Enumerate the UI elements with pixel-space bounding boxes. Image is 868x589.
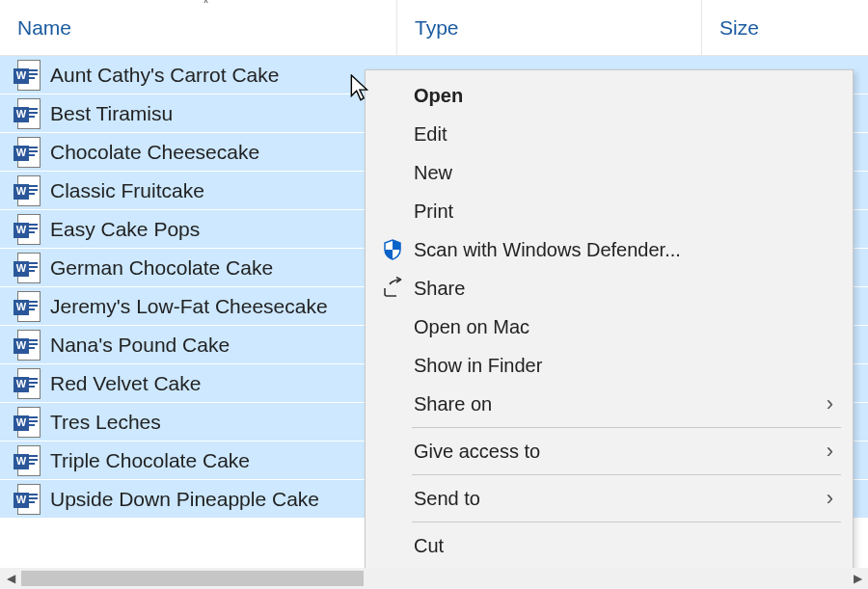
menu-item-scan-defender[interactable]: Scan with Windows Defender...: [367, 230, 851, 269]
word-document-icon: W: [14, 330, 41, 361]
chevron-right-icon: ›: [827, 439, 833, 464]
file-name-label: Triple Chocolate Cake: [41, 449, 250, 472]
word-document-icon: W: [14, 291, 41, 322]
word-document-icon: W: [14, 253, 41, 283]
horizontal-scrollbar[interactable]: ◀ ▶: [0, 568, 868, 589]
sort-indicator-icon: ˄: [203, 0, 209, 13]
menu-item-share[interactable]: Share: [367, 269, 851, 308]
menu-item-new[interactable]: New: [367, 153, 851, 192]
menu-item-cut[interactable]: Cut: [367, 526, 851, 565]
column-header-size[interactable]: Size: [702, 0, 868, 55]
file-name-label: Upside Down Pineapple Cake: [41, 488, 319, 511]
word-document-icon: W: [14, 137, 41, 168]
file-name-label: Aunt Cathy's Carrot Cake: [41, 64, 279, 87]
context-menu: Open Edit New Print Scan with Windows De…: [365, 69, 854, 572]
menu-item-open-on-mac[interactable]: Open on Mac: [367, 308, 851, 346]
scroll-right-button[interactable]: ▶: [847, 568, 868, 589]
menu-item-open[interactable]: Open: [367, 76, 851, 115]
menu-item-give-access-to[interactable]: Give access to ›: [367, 432, 851, 470]
column-header-type-label: Type: [415, 16, 459, 40]
scrollbar-thumb[interactable]: [21, 571, 364, 586]
file-name-label: Nana's Pound Cake: [41, 334, 230, 357]
file-name-label: German Chocolate Cake: [41, 256, 273, 280]
menu-separator: [412, 427, 841, 428]
column-header-size-label: Size: [719, 16, 759, 40]
word-document-icon: W: [14, 368, 41, 399]
menu-item-edit[interactable]: Edit: [367, 115, 851, 153]
column-header-name-label: Name: [17, 16, 71, 40]
menu-item-share-on[interactable]: Share on ›: [367, 385, 851, 423]
word-document-icon: W: [14, 407, 41, 438]
chevron-right-icon: ›: [827, 391, 833, 416]
menu-item-print[interactable]: Print: [367, 192, 851, 230]
shield-icon: [377, 238, 408, 261]
file-name-label: Easy Cake Pops: [41, 218, 200, 241]
file-name-label: Chocolate Cheesecake: [41, 141, 259, 164]
word-document-icon: W: [14, 484, 41, 515]
menu-item-show-in-finder[interactable]: Show in Finder: [367, 346, 851, 385]
file-name-label: Best Tiramisu: [41, 102, 173, 125]
file-name-label: Red Velvet Cake: [41, 372, 201, 395]
menu-separator: [412, 474, 841, 475]
column-header-name[interactable]: Name: [0, 0, 397, 55]
scrollbar-track[interactable]: [21, 568, 847, 589]
menu-item-send-to[interactable]: Send to ›: [367, 479, 851, 518]
file-name-label: Tres Leches: [41, 411, 161, 434]
file-name-label: Jeremy's Low-Fat Cheesecake: [41, 295, 328, 318]
scroll-left-button[interactable]: ◀: [0, 568, 21, 589]
word-document-icon: W: [14, 60, 41, 91]
word-document-icon: W: [14, 445, 41, 476]
column-header-type[interactable]: Type: [397, 0, 702, 55]
share-icon: [377, 277, 408, 300]
column-headers: Name ˄ Type Size: [0, 0, 868, 56]
word-document-icon: W: [14, 175, 41, 206]
file-name-label: Classic Fruitcake: [41, 179, 204, 202]
word-document-icon: W: [14, 214, 41, 245]
chevron-right-icon: ›: [827, 486, 833, 511]
word-document-icon: W: [14, 98, 41, 129]
menu-separator: [412, 522, 841, 522]
